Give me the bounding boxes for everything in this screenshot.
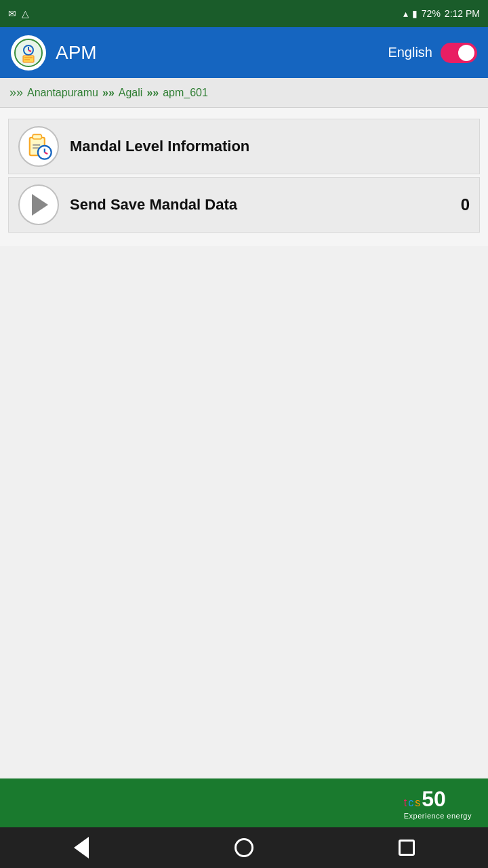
breadcrumb-sep-1: »» xyxy=(102,87,115,99)
svg-rect-4 xyxy=(23,56,34,62)
tcs-t: t xyxy=(404,797,407,809)
breadcrumb-item-agali[interactable]: Agali xyxy=(119,87,143,99)
send-save-mandal-item[interactable]: Send Save Mandal Data 0 xyxy=(8,177,480,233)
time-display: 2:12 PM xyxy=(445,8,480,19)
app-logo xyxy=(11,35,46,71)
breadcrumb-sep-2: »» xyxy=(146,87,159,99)
tcs-tagline: Experience energy xyxy=(404,812,472,820)
signal-icon: ▮ xyxy=(412,8,418,19)
status-bar: ✉ △ ▴ ▮ 72% 2:12 PM xyxy=(0,0,488,27)
toggle-knob xyxy=(458,45,474,61)
app-bar: APM English xyxy=(0,27,488,78)
svg-rect-8 xyxy=(33,134,41,139)
send-icon-box xyxy=(18,184,59,225)
wifi-icon: ▴ xyxy=(403,8,408,19)
breadcrumb-chevron-1: »» xyxy=(9,85,23,100)
app-bar-right: English xyxy=(388,43,477,63)
send-mandal-count: 0 xyxy=(461,195,470,214)
breadcrumb: »» Anantapuramu »» Agali »» apm_601 xyxy=(0,78,488,108)
alert-icon: △ xyxy=(22,8,29,19)
send-arrow-icon xyxy=(32,194,48,216)
nav-bar xyxy=(0,827,488,868)
apm-logo-svg xyxy=(14,38,43,68)
mandal-info-label: Mandal Level Information xyxy=(70,138,470,155)
mandal-level-info-item[interactable]: Mandal Level Information xyxy=(8,119,480,174)
app-title: APM xyxy=(56,42,97,64)
tcs-s: s xyxy=(415,797,420,809)
nav-home-button[interactable] xyxy=(224,827,264,868)
clipboard-clock-icon xyxy=(24,132,54,161)
language-toggle[interactable] xyxy=(441,43,477,63)
send-mandal-label: Send Save Mandal Data xyxy=(70,196,461,214)
tcs-logo: t c s 50 Experience energy xyxy=(404,787,472,820)
back-icon xyxy=(74,837,89,859)
status-right: ▴ ▮ 72% 2:12 PM xyxy=(403,8,480,19)
breadcrumb-item-anantapuramu[interactable]: »» Anantapuramu xyxy=(9,85,98,100)
tcs-c: c xyxy=(408,797,413,809)
home-icon xyxy=(235,838,253,857)
language-label: English xyxy=(388,45,432,60)
mandal-info-icon-box xyxy=(18,126,59,167)
recent-icon xyxy=(399,840,415,856)
battery-percentage: 72% xyxy=(422,8,441,19)
app-bar-left: APM xyxy=(11,35,97,71)
status-left: ✉ △ xyxy=(8,8,29,19)
footer: t c s 50 Experience energy xyxy=(0,778,488,827)
notification-icon: ✉ xyxy=(8,8,16,19)
nav-recent-button[interactable] xyxy=(386,827,427,868)
tcs-50: 50 xyxy=(422,787,446,812)
main-content: Mandal Level Information Send Save Manda… xyxy=(0,108,488,246)
breadcrumb-item-apm601[interactable]: apm_601 xyxy=(163,87,208,99)
nav-back-button[interactable] xyxy=(61,827,102,868)
